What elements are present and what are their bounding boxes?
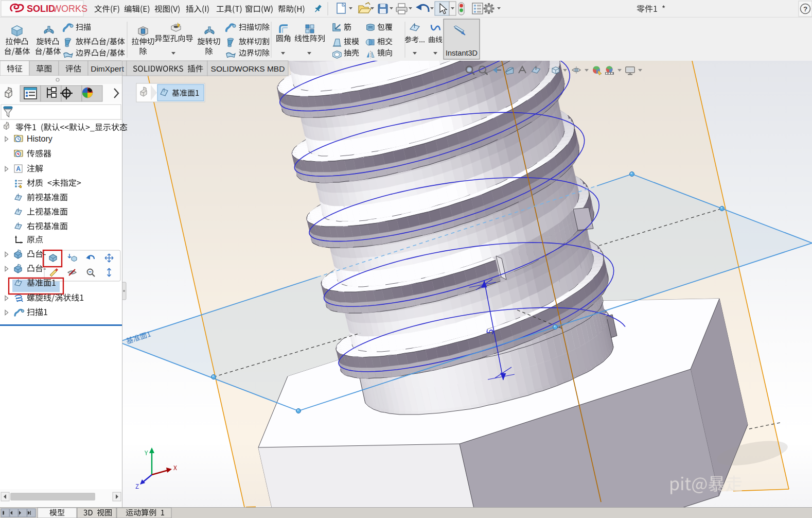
svg-text:Instant3D: Instant3D	[446, 49, 478, 57]
svg-text:?: ?	[803, 5, 807, 13]
svg-text:History: History	[27, 134, 52, 143]
svg-text:A: A	[16, 165, 21, 172]
svg-text:DimXpert: DimXpert	[91, 64, 124, 73]
svg-text:SOLIDWORKS MBD: SOLIDWORKS MBD	[211, 64, 285, 73]
svg-text:SOLID: SOLID	[27, 4, 55, 14]
svg-text:WORKS: WORKS	[52, 4, 87, 14]
